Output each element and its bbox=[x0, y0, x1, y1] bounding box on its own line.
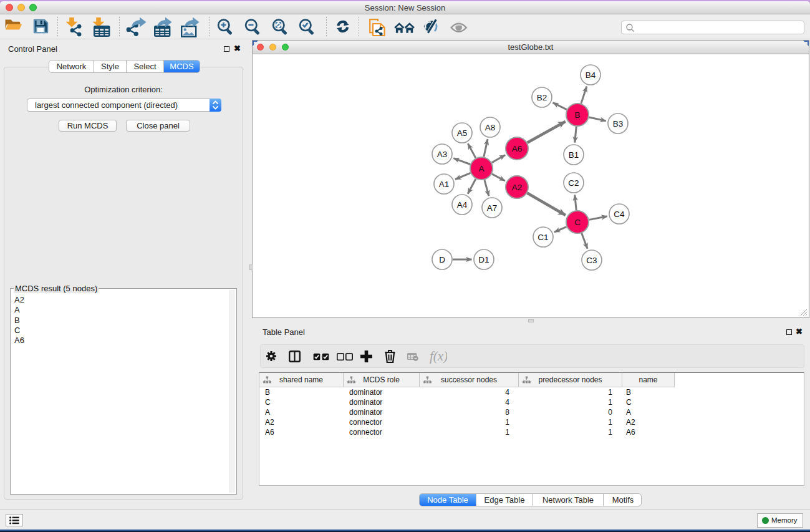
svg-text:B2: B2 bbox=[537, 93, 547, 102]
svg-text:D1: D1 bbox=[478, 255, 489, 264]
svg-text:f(x): f(x) bbox=[430, 349, 447, 364]
svg-text:B3: B3 bbox=[613, 119, 624, 128]
svg-text:D: D bbox=[439, 255, 445, 264]
svg-text:C: C bbox=[574, 218, 581, 227]
svg-text:C4: C4 bbox=[614, 210, 625, 219]
svg-text:B1: B1 bbox=[569, 150, 579, 160]
svg-text:B: B bbox=[574, 110, 580, 120]
svg-text:A4: A4 bbox=[457, 200, 468, 210]
svg-text:C3: C3 bbox=[586, 256, 597, 265]
svg-text:A: A bbox=[478, 164, 484, 173]
svg-text:A5: A5 bbox=[457, 128, 468, 138]
svg-text:A1: A1 bbox=[439, 180, 450, 189]
svg-text:B4: B4 bbox=[586, 70, 596, 80]
svg-text:A8: A8 bbox=[485, 123, 496, 132]
svg-text:A7: A7 bbox=[487, 203, 498, 213]
svg-text:C1: C1 bbox=[538, 233, 548, 242]
svg-text:A6: A6 bbox=[512, 144, 523, 153]
svg-text:A2: A2 bbox=[512, 183, 523, 192]
svg-text:C2: C2 bbox=[568, 178, 579, 188]
svg-text:A3: A3 bbox=[437, 150, 448, 159]
